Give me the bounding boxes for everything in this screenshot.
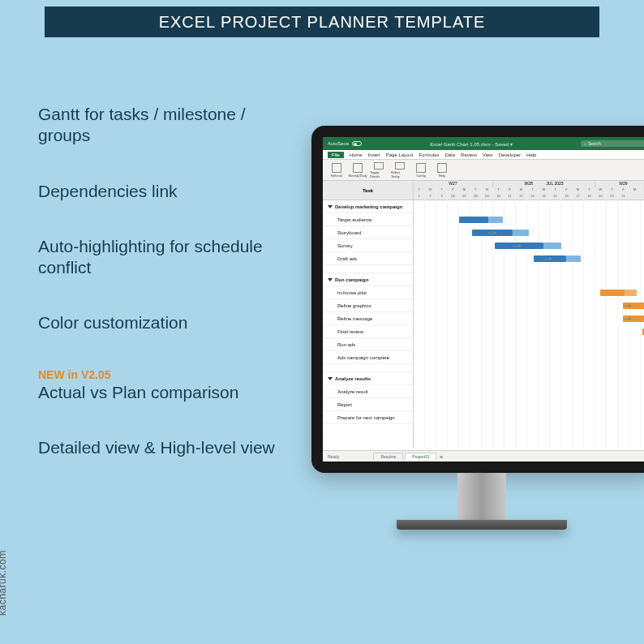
details-icon — [374, 162, 384, 170]
menu-page-layout[interactable]: Page Layout — [386, 152, 414, 157]
header-title: EXCEL PROJECT PLANNER TEMPLATE — [159, 13, 486, 32]
menu-data[interactable]: Data — [444, 152, 455, 157]
date-cell: 11 — [504, 194, 516, 200]
task-row[interactable]: Final review — [323, 325, 413, 338]
gantt-bar-light[interactable] — [625, 290, 637, 296]
ribbon-weekly-daily[interactable]: Weekly/Daily — [349, 162, 367, 178]
day-cell: M — [629, 187, 641, 194]
day-cell: M — [459, 187, 470, 194]
monitor: AutoSave Excel Gantt Chart 1.05.xlsm - S… — [311, 126, 644, 530]
add-sheet-button[interactable]: ⊕ — [440, 454, 443, 459]
ribbon-config[interactable]: Config — [412, 162, 430, 178]
gantt-bar-light[interactable] — [543, 243, 561, 249]
caret-icon — [328, 377, 333, 380]
dependency-arrow — [543, 259, 550, 260]
date-header-row: 12306070809101112131415161718192021 — [414, 194, 644, 200]
gantt-bar[interactable] — [459, 217, 488, 223]
sheet-tab-project01[interactable]: Project01 — [405, 453, 436, 460]
gantt-bar-light[interactable] — [513, 230, 529, 236]
dependency-arrow — [625, 306, 629, 307]
gantt-bar[interactable] — [600, 290, 625, 296]
menu-review[interactable]: Review — [461, 152, 477, 157]
day-cell: W — [425, 187, 436, 194]
calendar-icon — [353, 163, 363, 173]
task-group-2[interactable]: Run campaign — [323, 273, 413, 286]
feature-actual-vs-plan: NEW in V2.05 Actual vs Plan comparison — [38, 368, 281, 404]
task-row[interactable]: Draft ads — [323, 252, 413, 265]
day-cell: W — [595, 187, 607, 194]
menu-help[interactable]: Help — [526, 152, 536, 157]
feature-detailed-view: Detailed view & High-level view — [38, 437, 281, 458]
feature-gantt: Gantt for tasks / milestone / groups — [38, 104, 281, 147]
menu-file[interactable]: File — [328, 152, 344, 158]
date-cell: 14 — [539, 194, 550, 200]
task-row[interactable]: Analyze result — [323, 385, 413, 398]
gantt-bar-light[interactable] — [488, 217, 503, 223]
task-row[interactable]: Target audience — [323, 213, 413, 226]
ribbon-refresh[interactable]: Refresh — [328, 162, 346, 178]
day-cell: M — [573, 187, 584, 194]
feature-color: Color customization — [38, 312, 281, 333]
task-row[interactable]: Survey — [323, 239, 413, 252]
day-cell: T — [493, 187, 504, 194]
day-cell: W — [482, 187, 493, 194]
date-cell: 17 — [573, 194, 584, 200]
spacer-row — [323, 364, 413, 372]
date-cell: 08 — [470, 194, 482, 200]
ribbon-help-label: Help — [439, 174, 445, 178]
menu-home[interactable]: Home — [350, 152, 363, 157]
task-header: Task — [323, 181, 413, 200]
caret-icon — [328, 278, 333, 281]
day-cell: T — [641, 187, 644, 194]
menu-view[interactable]: View — [483, 152, 493, 157]
date-cell: 12 — [516, 194, 527, 200]
ribbon-toggle-details[interactable]: Toggle Details — [370, 162, 388, 178]
toggle-icon[interactable] — [352, 141, 362, 146]
ribbon: Refresh Weekly/Daily Toggle Details Sele… — [323, 160, 644, 181]
group-label: Develop marketing campaign — [335, 204, 402, 209]
day-cell: T — [584, 187, 595, 194]
date-cell: 16 — [561, 194, 573, 200]
autosave-toggle[interactable]: AutoSave — [328, 141, 362, 146]
monitor-bezel: AutoSave Excel Gantt Chart 1.05.xlsm - S… — [311, 126, 644, 473]
sheet-tab-readme[interactable]: Readme — [373, 453, 403, 460]
task-row[interactable]: Prepare for next campaign — [323, 411, 413, 424]
timeline: W27 W28 JUL 2023 W29 TWTFMTWTFMTWTFMTWTF… — [414, 181, 644, 449]
gantt-bar-light[interactable] — [566, 255, 581, 262]
menubar: File Home Insert Page Layout Formulas Da… — [323, 150, 644, 160]
week-label: W29 — [595, 181, 644, 187]
task-row[interactable]: Storyboard — [323, 226, 413, 239]
task-row[interactable]: Refine graphics — [323, 299, 413, 312]
menu-developer[interactable]: Developer — [499, 152, 521, 157]
task-row[interactable]: Ads campaign complete — [323, 351, 413, 364]
refresh-icon — [332, 163, 341, 173]
menu-formulas[interactable]: Formulas — [419, 152, 439, 157]
task-row[interactable]: Refine message — [323, 312, 413, 325]
week-label: W27 — [414, 181, 493, 187]
menu-insert[interactable]: Insert — [368, 152, 380, 157]
ribbon-select-today[interactable]: Select Today — [391, 162, 409, 178]
gear-icon — [416, 163, 426, 173]
monitor-stand-base — [397, 520, 567, 530]
search-input[interactable]: ⌕ Search — [581, 140, 644, 147]
day-cell: T — [436, 187, 448, 194]
date-cell: 15 — [550, 194, 561, 200]
task-group-1[interactable]: Develop marketing campaign — [323, 200, 413, 213]
excel-window: AutoSave Excel Gantt Chart 1.05.xlsm - S… — [323, 137, 644, 462]
week-num: W28 — [524, 181, 532, 186]
tasks-column: Task Develop marketing campaign Target a… — [323, 181, 414, 449]
feature-actual-vs-plan-text: Actual vs Plan comparison — [38, 383, 238, 401]
group-label: Analyze results — [335, 376, 371, 381]
feature-dependencies: Dependencies link — [38, 181, 281, 202]
search-icon: ⌕ — [584, 141, 586, 146]
task-row[interactable]: In-house pilot — [323, 286, 413, 299]
day-cell: M — [516, 187, 527, 194]
header-banner: EXCEL PROJECT PLANNER TEMPLATE — [45, 6, 599, 37]
ribbon-help[interactable]: Help — [433, 162, 451, 178]
date-cell: 3 — [436, 194, 448, 200]
autosave-label: AutoSave — [328, 141, 349, 146]
ribbon-details-label: Toggle Details — [370, 170, 388, 178]
task-row[interactable]: Run ads — [323, 338, 413, 351]
task-group-3[interactable]: Analyze results — [323, 372, 413, 385]
task-row[interactable]: Report — [323, 398, 413, 411]
